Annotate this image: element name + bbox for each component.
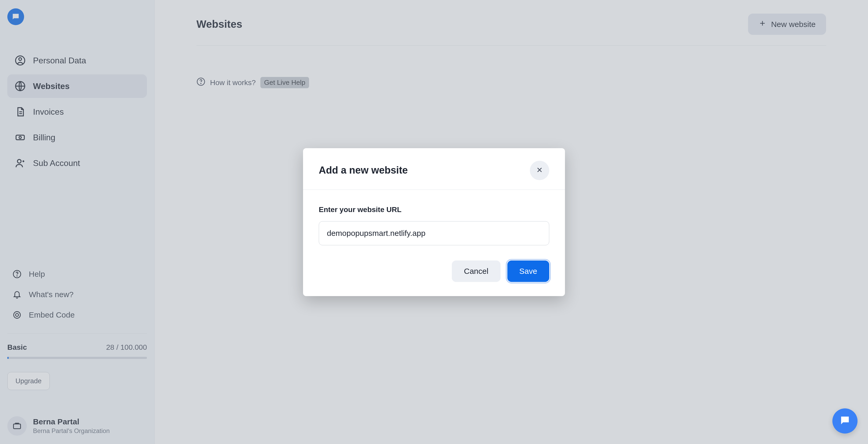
chat-fab[interactable] bbox=[832, 408, 858, 434]
modal-title: Add a new website bbox=[319, 165, 408, 176]
url-field-label: Enter your website URL bbox=[319, 205, 549, 214]
close-icon bbox=[536, 166, 544, 175]
modal-footer: Cancel Save bbox=[303, 248, 565, 296]
modal-header: Add a new website bbox=[303, 148, 565, 190]
chat-icon bbox=[839, 415, 851, 427]
modal-overlay[interactable]: Add a new website Enter your website URL… bbox=[0, 0, 868, 444]
save-button[interactable]: Save bbox=[507, 260, 549, 282]
website-url-input[interactable] bbox=[319, 221, 549, 245]
modal-body: Enter your website URL bbox=[303, 190, 565, 248]
add-website-modal: Add a new website Enter your website URL… bbox=[303, 148, 565, 296]
close-button[interactable] bbox=[530, 161, 549, 180]
cancel-button[interactable]: Cancel bbox=[452, 260, 500, 282]
